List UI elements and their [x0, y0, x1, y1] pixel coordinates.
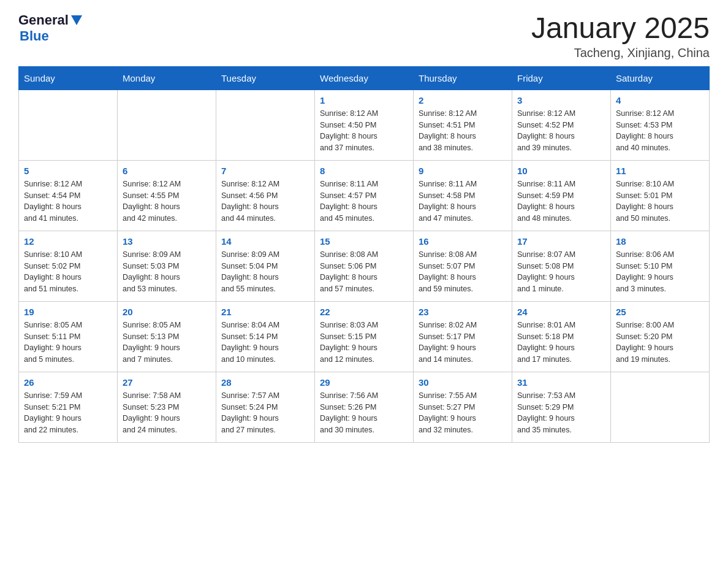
calendar-cell: 25Sunrise: 8:00 AM Sunset: 5:20 PM Dayli… [611, 301, 710, 372]
day-header-saturday: Saturday [611, 66, 710, 90]
day-number: 15 [320, 236, 408, 247]
day-number: 3 [517, 95, 605, 105]
calendar-cell: 9Sunrise: 8:11 AM Sunset: 4:58 PM Daylig… [414, 160, 512, 231]
calendar-cell: 28Sunrise: 7:57 AM Sunset: 5:24 PM Dayli… [216, 372, 315, 442]
day-info: Sunrise: 8:04 AM Sunset: 5:14 PM Dayligh… [221, 320, 309, 366]
day-info: Sunrise: 8:05 AM Sunset: 5:11 PM Dayligh… [24, 320, 112, 366]
day-number: 8 [320, 166, 408, 176]
calendar-cell: 7Sunrise: 8:12 AM Sunset: 4:56 PM Daylig… [216, 160, 315, 231]
calendar-cell: 22Sunrise: 8:03 AM Sunset: 5:15 PM Dayli… [315, 301, 414, 372]
day-number: 5 [24, 166, 112, 176]
calendar-cell: 4Sunrise: 8:12 AM Sunset: 4:53 PM Daylig… [611, 90, 710, 160]
logo-icon [70, 13, 83, 26]
day-info: Sunrise: 7:57 AM Sunset: 5:24 PM Dayligh… [221, 390, 309, 436]
logo-blue-text: Blue [20, 28, 83, 44]
calendar-cell: 12Sunrise: 8:10 AM Sunset: 5:02 PM Dayli… [19, 231, 118, 301]
calendar-cell: 1Sunrise: 8:12 AM Sunset: 4:50 PM Daylig… [315, 90, 414, 160]
day-info: Sunrise: 8:10 AM Sunset: 5:01 PM Dayligh… [616, 178, 704, 224]
calendar-cell: 24Sunrise: 8:01 AM Sunset: 5:18 PM Dayli… [512, 301, 611, 372]
day-info: Sunrise: 7:59 AM Sunset: 5:21 PM Dayligh… [24, 390, 112, 436]
day-number: 6 [123, 166, 211, 176]
day-number: 1 [320, 95, 408, 105]
calendar-cell: 20Sunrise: 8:05 AM Sunset: 5:13 PM Dayli… [118, 301, 216, 372]
day-number: 9 [419, 166, 507, 176]
day-number: 17 [517, 236, 605, 247]
calendar-cell: 26Sunrise: 7:59 AM Sunset: 5:21 PM Dayli… [19, 372, 118, 442]
day-number: 30 [419, 377, 507, 388]
day-info: Sunrise: 8:01 AM Sunset: 5:18 PM Dayligh… [517, 320, 605, 366]
logo-general-text: General [18, 12, 69, 28]
day-number: 13 [123, 236, 211, 247]
day-number: 29 [320, 377, 408, 388]
day-info: Sunrise: 8:06 AM Sunset: 5:10 PM Dayligh… [616, 249, 704, 295]
calendar-week-row: 26Sunrise: 7:59 AM Sunset: 5:21 PM Dayli… [19, 372, 710, 442]
day-info: Sunrise: 8:12 AM Sunset: 4:55 PM Dayligh… [123, 178, 211, 224]
day-info: Sunrise: 8:03 AM Sunset: 5:15 PM Dayligh… [320, 320, 408, 366]
calendar-header-row: SundayMondayTuesdayWednesdayThursdayFrid… [19, 66, 710, 90]
day-info: Sunrise: 7:58 AM Sunset: 5:23 PM Dayligh… [123, 390, 211, 436]
day-number: 4 [616, 95, 704, 105]
calendar-cell: 13Sunrise: 8:09 AM Sunset: 5:03 PM Dayli… [118, 231, 216, 301]
day-header-monday: Monday [118, 66, 216, 90]
day-number: 12 [24, 236, 112, 247]
day-info: Sunrise: 8:10 AM Sunset: 5:02 PM Dayligh… [24, 249, 112, 295]
day-info: Sunrise: 8:08 AM Sunset: 5:07 PM Dayligh… [419, 249, 507, 295]
day-number: 27 [123, 377, 211, 388]
calendar-cell [611, 372, 710, 442]
calendar-cell: 15Sunrise: 8:08 AM Sunset: 5:06 PM Dayli… [315, 231, 414, 301]
day-number: 18 [616, 236, 704, 247]
page-header: General Blue January 2025 Tacheng, Xinji… [18, 12, 710, 60]
calendar-cell: 3Sunrise: 8:12 AM Sunset: 4:52 PM Daylig… [512, 90, 611, 160]
day-info: Sunrise: 8:12 AM Sunset: 4:50 PM Dayligh… [320, 108, 408, 154]
calendar-cell: 21Sunrise: 8:04 AM Sunset: 5:14 PM Dayli… [216, 301, 315, 372]
calendar-title: January 2025 [531, 12, 710, 45]
calendar-cell [216, 90, 315, 160]
calendar-week-row: 19Sunrise: 8:05 AM Sunset: 5:11 PM Dayli… [19, 301, 710, 372]
logo: General Blue [18, 12, 83, 44]
day-info: Sunrise: 8:12 AM Sunset: 4:52 PM Dayligh… [517, 108, 605, 154]
day-info: Sunrise: 8:12 AM Sunset: 4:51 PM Dayligh… [419, 108, 507, 154]
day-number: 22 [320, 307, 408, 317]
day-number: 14 [221, 236, 309, 247]
calendar-cell: 18Sunrise: 8:06 AM Sunset: 5:10 PM Dayli… [611, 231, 710, 301]
day-number: 10 [517, 166, 605, 176]
day-info: Sunrise: 8:11 AM Sunset: 4:58 PM Dayligh… [419, 178, 507, 224]
calendar-week-row: 12Sunrise: 8:10 AM Sunset: 5:02 PM Dayli… [19, 231, 710, 301]
day-number: 23 [419, 307, 507, 317]
day-number: 26 [24, 377, 112, 388]
day-info: Sunrise: 8:05 AM Sunset: 5:13 PM Dayligh… [123, 320, 211, 366]
day-number: 24 [517, 307, 605, 317]
calendar-cell: 8Sunrise: 8:11 AM Sunset: 4:57 PM Daylig… [315, 160, 414, 231]
day-header-wednesday: Wednesday [315, 66, 414, 90]
day-info: Sunrise: 8:12 AM Sunset: 4:54 PM Dayligh… [24, 178, 112, 224]
calendar-subtitle: Tacheng, Xinjiang, China [531, 46, 710, 60]
calendar-cell: 6Sunrise: 8:12 AM Sunset: 4:55 PM Daylig… [118, 160, 216, 231]
day-header-tuesday: Tuesday [216, 66, 315, 90]
calendar-week-row: 5Sunrise: 8:12 AM Sunset: 4:54 PM Daylig… [19, 160, 710, 231]
day-header-friday: Friday [512, 66, 611, 90]
calendar-cell: 14Sunrise: 8:09 AM Sunset: 5:04 PM Dayli… [216, 231, 315, 301]
calendar-cell: 31Sunrise: 7:53 AM Sunset: 5:29 PM Dayli… [512, 372, 611, 442]
calendar-cell: 11Sunrise: 8:10 AM Sunset: 5:01 PM Dayli… [611, 160, 710, 231]
calendar-cell: 17Sunrise: 8:07 AM Sunset: 5:08 PM Dayli… [512, 231, 611, 301]
day-info: Sunrise: 7:56 AM Sunset: 5:26 PM Dayligh… [320, 390, 408, 436]
calendar-cell: 10Sunrise: 8:11 AM Sunset: 4:59 PM Dayli… [512, 160, 611, 231]
day-info: Sunrise: 8:11 AM Sunset: 4:57 PM Dayligh… [320, 178, 408, 224]
calendar-cell: 5Sunrise: 8:12 AM Sunset: 4:54 PM Daylig… [19, 160, 118, 231]
calendar-cell: 16Sunrise: 8:08 AM Sunset: 5:07 PM Dayli… [414, 231, 512, 301]
day-number: 31 [517, 377, 605, 388]
day-info: Sunrise: 8:12 AM Sunset: 4:56 PM Dayligh… [221, 178, 309, 224]
day-number: 25 [616, 307, 704, 317]
calendar-cell: 29Sunrise: 7:56 AM Sunset: 5:26 PM Dayli… [315, 372, 414, 442]
svg-marker-0 [71, 15, 82, 25]
calendar-cell: 19Sunrise: 8:05 AM Sunset: 5:11 PM Dayli… [19, 301, 118, 372]
day-info: Sunrise: 7:55 AM Sunset: 5:27 PM Dayligh… [419, 390, 507, 436]
day-info: Sunrise: 8:00 AM Sunset: 5:20 PM Dayligh… [616, 320, 704, 366]
day-info: Sunrise: 8:07 AM Sunset: 5:08 PM Dayligh… [517, 249, 605, 295]
day-info: Sunrise: 8:08 AM Sunset: 5:06 PM Dayligh… [320, 249, 408, 295]
day-info: Sunrise: 8:11 AM Sunset: 4:59 PM Dayligh… [517, 178, 605, 224]
day-info: Sunrise: 7:53 AM Sunset: 5:29 PM Dayligh… [517, 390, 605, 436]
day-info: Sunrise: 8:09 AM Sunset: 5:04 PM Dayligh… [221, 249, 309, 295]
calendar-cell [19, 90, 118, 160]
calendar-cell: 2Sunrise: 8:12 AM Sunset: 4:51 PM Daylig… [414, 90, 512, 160]
